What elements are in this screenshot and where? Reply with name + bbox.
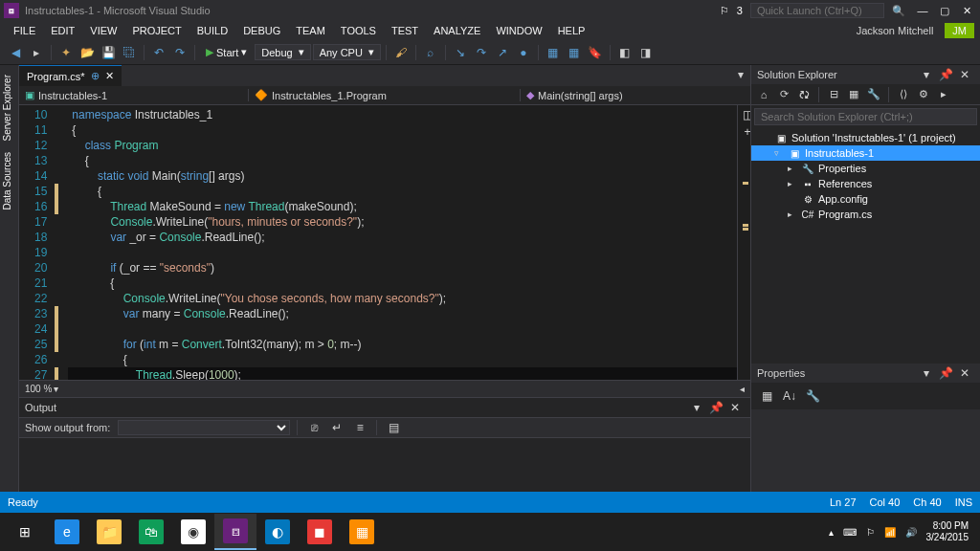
az-icon[interactable]: A↓ [780, 386, 799, 406]
menu-build[interactable]: BUILD [189, 23, 235, 38]
close-button[interactable]: ✕ [957, 5, 976, 17]
wrench-icon[interactable]: 🔧 [803, 386, 822, 406]
save-all-button[interactable]: ⿻ [120, 43, 139, 62]
platform-dropdown[interactable]: Any CPU▾ [313, 44, 381, 60]
pin-icon[interactable]: 📌 [706, 398, 725, 417]
start-debug-button[interactable]: ▶ Start ▾ [200, 46, 253, 58]
preview-icon[interactable]: ⟨⟩ [895, 86, 912, 103]
config-dropdown[interactable]: Debug▾ [255, 44, 310, 60]
taskbar-chrome[interactable]: ◉ [172, 514, 214, 550]
volume-icon[interactable]: 🔊 [905, 527, 917, 538]
close-panel-icon[interactable]: ✕ [955, 364, 974, 383]
scroll-left-icon[interactable]: ◂ [740, 384, 745, 394]
taskbar-app2[interactable]: ◼ [299, 514, 341, 550]
tree-item[interactable]: ▿▣Instructables-1 [751, 145, 980, 161]
tab-program-cs[interactable]: Program.cs* ⊕ ✕ [19, 65, 122, 86]
menu-view[interactable]: VIEW [82, 23, 124, 38]
network-icon[interactable]: 📶 [884, 527, 896, 538]
explorer-search-input[interactable] [754, 108, 977, 125]
output-icon-4[interactable]: ▤ [384, 418, 403, 437]
solution-tree[interactable]: ▣Solution 'Instructables-1' (1 project)▿… [751, 128, 980, 224]
open-file-button[interactable]: 📂 [78, 43, 97, 62]
data-sources-tab[interactable]: Data Sources [0, 146, 18, 216]
minimize-button[interactable]: — [913, 5, 932, 16]
menu-tools[interactable]: TOOLS [333, 23, 384, 38]
user-badge[interactable]: JM [945, 23, 974, 38]
pin-icon[interactable]: 📌 [936, 65, 955, 84]
panel-dropdown-icon[interactable]: ▾ [917, 364, 936, 383]
output-source-dropdown[interactable] [118, 420, 290, 435]
tab-dropdown-icon[interactable]: ▾ [731, 65, 750, 84]
output-icon-3[interactable]: ≡ [350, 418, 369, 437]
show-all-icon[interactable]: ▦ [845, 86, 862, 103]
nav-class-dropdown[interactable]: 🔶 Instructables_1.Program [249, 89, 521, 101]
undo-button[interactable]: ↶ [149, 43, 168, 62]
split-icon[interactable]: ◫ [738, 105, 750, 124]
collapse-icon[interactable]: ⊟ [825, 86, 842, 103]
tree-item[interactable]: ▸▪▪References [751, 176, 980, 191]
close-panel-icon[interactable]: ✕ [725, 398, 745, 417]
search-icon[interactable]: 🔍 [892, 5, 905, 17]
chevron-icon[interactable]: ▸ [935, 86, 952, 103]
taskbar-app3[interactable]: ▦ [341, 514, 383, 550]
menu-project[interactable]: PROJECT [124, 23, 189, 38]
nav-method-dropdown[interactable]: ◆ Main(string[] args) [521, 89, 750, 101]
taskbar-app1[interactable]: ◐ [256, 514, 299, 550]
comment-button[interactable]: ▦ [544, 43, 563, 62]
nav-project-dropdown[interactable]: ▣ Instructables-1 [19, 89, 249, 101]
menu-test[interactable]: TEST [384, 23, 426, 38]
taskbar-ie[interactable]: e [46, 514, 88, 550]
taskbar-explorer[interactable]: 📁 [88, 514, 130, 550]
tree-item[interactable]: ▣Solution 'Instructables-1' (1 project) [751, 130, 980, 145]
uncomment-button[interactable]: ▦ [565, 43, 584, 62]
taskbar-store[interactable]: 🛍 [130, 514, 172, 550]
menu-analyze[interactable]: ANALYZE [426, 23, 488, 38]
step-over-button[interactable]: ↷ [472, 43, 491, 62]
cat-icon[interactable]: ▦ [757, 386, 776, 406]
notification-flag-icon[interactable]: ⚐ [720, 5, 729, 17]
misc-icon[interactable]: ⚙ [915, 86, 932, 103]
menu-help[interactable]: HELP [550, 23, 593, 38]
start-menu-button[interactable]: ⊞ [4, 514, 46, 550]
new-project-button[interactable]: ✦ [56, 43, 76, 62]
chevron-down-icon[interactable]: ▾ [54, 384, 58, 394]
quick-launch-input[interactable] [750, 3, 884, 18]
close-tab-icon[interactable]: ✕ [105, 70, 114, 82]
tray-clock[interactable]: 8:00 PM 3/24/2015 [926, 520, 969, 543]
props-icon[interactable]: 🔧 [865, 86, 882, 103]
pin-icon[interactable]: 📌 [936, 364, 955, 383]
tree-item[interactable]: ▸🔧Properties [751, 161, 980, 176]
panel-dropdown-icon[interactable]: ▾ [917, 65, 936, 84]
panel-dropdown-icon[interactable]: ▾ [687, 398, 706, 417]
tree-item[interactable]: ▸C#Program.cs [751, 207, 980, 222]
clear-output-icon[interactable]: ⎚ [304, 418, 323, 437]
step-into-button[interactable]: ↘ [451, 43, 470, 62]
add-icon[interactable]: + [738, 122, 750, 142]
nav-fwd-button[interactable]: ▸ [27, 43, 46, 62]
menu-file[interactable]: FILE [6, 23, 43, 38]
user-name[interactable]: Jackson Mitchell [849, 23, 942, 38]
find-button[interactable]: ⌕ [421, 43, 440, 62]
tray-up-icon[interactable]: ▴ [829, 527, 834, 538]
server-explorer-tab[interactable]: Server Explorer [0, 69, 18, 146]
system-tray[interactable]: ▴ ⌨ ⚐ 📶 🔊 8:00 PM 3/24/2015 [829, 520, 977, 543]
keyboard-icon[interactable]: ⌨ [843, 527, 857, 538]
tb-paint-icon[interactable]: 🖌 [391, 43, 411, 62]
nav-back-button[interactable]: ◀ [6, 43, 25, 62]
home-icon[interactable]: ⌂ [755, 86, 772, 103]
menu-debug[interactable]: DEBUG [235, 23, 288, 38]
tree-item[interactable]: ⚙App.config [751, 191, 980, 207]
redo-button[interactable]: ↷ [170, 43, 189, 62]
taskbar-vs[interactable]: ⧈ [214, 514, 256, 550]
menu-window[interactable]: WINDOW [488, 23, 549, 38]
bp-button[interactable]: ● [514, 43, 533, 62]
menu-team[interactable]: TEAM [288, 23, 333, 38]
sync-icon[interactable]: 🗘 [795, 86, 813, 103]
bookmark-button[interactable]: 🔖 [586, 43, 605, 62]
step-out-button[interactable]: ↗ [493, 43, 512, 62]
overview-ruler[interactable]: ◫ + [737, 105, 750, 380]
tb-misc-1[interactable]: ◧ [615, 43, 635, 62]
close-panel-icon[interactable]: ✕ [955, 65, 974, 84]
toggle-wrap-icon[interactable]: ↵ [327, 418, 346, 437]
code-content[interactable]: namespace Instructables_1{ class Program… [68, 105, 737, 380]
